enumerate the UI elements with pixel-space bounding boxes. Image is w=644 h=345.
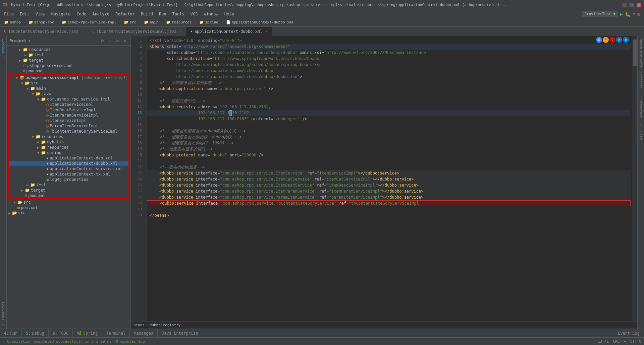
code-line-29 — [147, 206, 631, 212]
vertical-scrollbar[interactable] — [633, 36, 637, 321]
sidebar-favorites-label[interactable]: 2: Favorites — [0, 299, 6, 329]
tree-item-appdao[interactable]: ✦ applicationContext-dao.xml — [9, 155, 128, 161]
run-tab[interactable]: 4: Run — [0, 329, 22, 337]
properties-icon: ≡ — [46, 177, 49, 182]
menu-view[interactable]: View — [33, 10, 48, 18]
tree-item-apptx[interactable]: ✦ applicationContext-tx.xml — [9, 171, 128, 177]
tree-item-log4j[interactable]: ≡ log4j.properties — [9, 177, 128, 182]
tree-item-paramitem[interactable]: ○ ParamItemServiceImpl — [9, 123, 128, 129]
stop-btn[interactable]: ■ — [637, 11, 640, 17]
tree-item-java[interactable]: ▼ 📂 java — [9, 91, 128, 96]
menu-file[interactable]: File — [1, 10, 16, 18]
run-btn[interactable]: ▶ — [620, 11, 623, 17]
tree-item-target2[interactable]: ▶ 📁 target — [9, 188, 128, 193]
tree-item-pom2[interactable]: m pom.xml — [9, 193, 128, 198]
tree-item-src2[interactable]: ▶ 📂 src — [7, 200, 130, 205]
tab-appctx-dubbo[interactable]: ✦ applicationContext-dubbo.xml ✕ — [186, 27, 272, 36]
menu-vcs[interactable]: VCS — [188, 10, 201, 18]
spring-tab[interactable]: 🌿 Spring — [73, 329, 102, 337]
menu-code[interactable]: Code — [74, 10, 89, 18]
tree-item-itemsvc[interactable]: ○ ItemServiceImpl — [9, 118, 128, 123]
sync-icon[interactable]: ⟳ — [100, 38, 106, 44]
tree-arrow-pkg: ▼ — [36, 97, 41, 101]
bc-ashop-rpc[interactable]: 📁 ashop-rpc — [27, 20, 56, 25]
tree-label-target2: target — [31, 188, 45, 193]
bc-dubbo-registry[interactable]: dubbo:registry — [150, 323, 181, 327]
tree-item-resources3[interactable]: ▶ 📁 resources — [9, 145, 128, 150]
tab-close-3[interactable]: ✕ — [266, 29, 268, 33]
bc-main[interactable]: 📁 main — [143, 20, 160, 25]
tab-tbcontent-service[interactable]: C TbContentCateGoryService.java ✕ — [0, 27, 88, 36]
tree-item-resources[interactable]: ▶ 📁 resources — [7, 47, 130, 52]
bc-ashop[interactable]: 📁 ashop — [3, 20, 22, 25]
structure-label[interactable]: 1: Structure — [638, 91, 644, 121]
tree-item-pom1[interactable]: m pom.xml — [7, 68, 130, 74]
tree-item-service-impl[interactable]: ▼ 📦 ashop-rpc-service-impl [ashoprpcserv… — [9, 75, 128, 80]
java-enterprise-tab[interactable]: Java Enterprise — [158, 329, 202, 337]
debug-tab[interactable]: 5: Debug — [22, 329, 49, 337]
tree-item-pom3[interactable]: m pom.xml — [7, 205, 130, 210]
bc-service-impl[interactable]: 📁 ashop-rpc-service-impl — [60, 20, 118, 25]
menu-run[interactable]: Run — [156, 10, 169, 18]
bc-resources[interactable]: 📁 resources — [165, 20, 193, 25]
close-panel-icon[interactable]: ✕ — [122, 38, 128, 44]
run-config-dropdown[interactable]: ProviderTest ▼ — [582, 11, 618, 17]
menu-build[interactable]: Build — [138, 10, 156, 18]
project-dropdown[interactable]: ▼ — [29, 39, 31, 43]
tree-item-appdubbo[interactable]: ✦ applicationContext-dubbo.xml — [9, 161, 128, 166]
tree-item-ashoprpcservice-iml[interactable]: ⬡ ashoprpcservice.iml — [7, 63, 130, 68]
event-log-tab[interactable]: Event Log — [614, 329, 644, 337]
settings-icon[interactable]: ⚙ — [114, 38, 120, 44]
build-label[interactable]: 2: Build — [638, 121, 644, 142]
menu-edit[interactable]: Edit — [17, 10, 32, 18]
database-label[interactable]: Database — [638, 70, 644, 91]
menu-help[interactable]: Help — [222, 10, 237, 18]
tree-item-test[interactable]: ▶ 📁 test — [7, 52, 130, 58]
bc-beans[interactable]: beans — [133, 323, 145, 327]
menu-tools[interactable]: Tools — [170, 10, 187, 18]
messages-tab[interactable]: Messages — [130, 329, 158, 337]
tree-item-src1[interactable]: ▼ 📂 src — [9, 80, 128, 86]
code-editor[interactable]: 1 2 3 4 5 6 7 8 9 10 11 12 13 14 15 16 1 — [131, 36, 637, 321]
maven-projects-label[interactable]: Maven Projects — [638, 36, 644, 70]
editor-area: G 🦊 O e e 1 2 3 4 5 6 7 8 9 10 — [131, 36, 637, 329]
folder-icon-test: 📁 — [28, 53, 33, 57]
tree-item-resources2[interactable]: ▼ 📁 resources — [9, 134, 128, 139]
tree-item-main[interactable]: ▼ 📁 main — [9, 86, 128, 91]
menu-refactor[interactable]: Refactor — [113, 10, 138, 18]
close-btn[interactable]: ✕ — [637, 3, 641, 7]
tree-item-appservice[interactable]: ✦ applicationContext-service.xml — [9, 166, 128, 171]
java-class-icon: ○ — [46, 102, 49, 107]
menu-analyze[interactable]: Analyze — [90, 10, 112, 18]
bc-spring[interactable]: 📁 spring — [198, 20, 220, 25]
tree-item-test2[interactable]: ▶ 📁 test — [9, 182, 128, 188]
tree-item-target[interactable]: ▶ 📁 target — [7, 58, 130, 63]
collapse-icon[interactable]: ⊟ — [107, 38, 113, 44]
tree-item-pkg[interactable]: ▼ 📁 com.ashop.rpc.service.impl — [9, 96, 128, 102]
terminal-tab[interactable]: Terminal — [102, 329, 130, 337]
folder-icon-target: 📁 — [23, 58, 28, 63]
tree-item-spring[interactable]: ▼ 📁 spring — [9, 150, 128, 155]
menu-navigate[interactable]: Navigate — [49, 10, 73, 18]
tab-tbcontent-impl[interactable]: C TbContentCateGoryServiceImpl.java ✕ — [88, 27, 186, 36]
tree-item-tbcontent[interactable]: ○ TbContentCateGoryServiceImpl — [9, 129, 128, 134]
bc-src[interactable]: 📁 src — [122, 20, 138, 25]
tab-label-3: applicationContext-dubbo.xml — [195, 29, 262, 34]
maximize-btn[interactable]: □ — [629, 3, 634, 7]
menu-window[interactable]: Window — [201, 10, 221, 18]
tab-close-2[interactable]: ✕ — [180, 29, 182, 33]
todo-tab[interactable]: 6: TODO — [49, 329, 73, 337]
tree-item-itemdesc[interactable]: ○ ItemDescServiceImpl — [9, 107, 128, 113]
java-class-icon-4: ○ — [46, 118, 49, 123]
sidebar-project-label[interactable]: 1: Project — [0, 36, 6, 62]
build-btn[interactable]: ⚙ — [633, 12, 635, 16]
tree-item-itemparam[interactable]: ○ ItemParamServiceImpl — [9, 113, 128, 118]
tree-item-mybatis[interactable]: ▶ 📁 mybatis — [9, 139, 128, 145]
code-content[interactable]: <?xml version="1.0" encoding="UTF-8"?> <… — [147, 36, 637, 321]
debug-btn[interactable]: 🐛 — [625, 11, 631, 17]
tab-close-1[interactable]: ✕ — [82, 29, 84, 33]
tree-item-itemcat[interactable]: ○ ItemCatServiceImpl — [9, 102, 128, 107]
minimize-btn[interactable]: ─ — [622, 3, 627, 7]
bc-file[interactable]: 📄 applicationContext-dubbo.xml — [225, 20, 295, 25]
tree-item-src3[interactable]: ▶ 📂 src — [7, 210, 130, 216]
